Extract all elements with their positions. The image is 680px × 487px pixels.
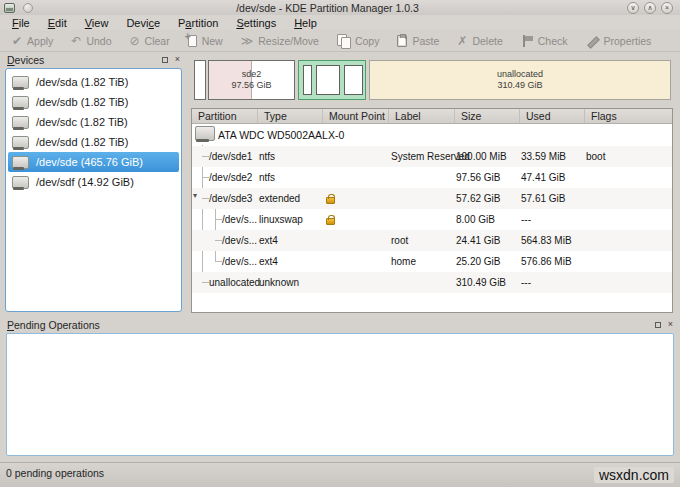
- column-header-type[interactable]: Type: [257, 109, 322, 123]
- dock-float-icon[interactable]: [162, 57, 168, 63]
- resize-move-button[interactable]: ≫ Resize/Move: [232, 30, 328, 51]
- lock-icon: [326, 218, 335, 225]
- copy-button[interactable]: Copy: [328, 30, 389, 51]
- pending-operations-count: 0 pending operations: [6, 467, 104, 479]
- partition-row-unallocated[interactable]: unallocated unknown 310.49 GiB ---: [192, 272, 672, 293]
- dock-float-icon[interactable]: [655, 322, 661, 328]
- partition-row-home[interactable]: /dev/s... ext4 home 25.20 GiB 576.86 MiB: [192, 251, 672, 272]
- device-item-sdc[interactable]: /dev/sdc (1.82 TiB): [8, 112, 179, 132]
- partition-segment-sde1[interactable]: [194, 60, 206, 100]
- lock-icon: [326, 197, 335, 204]
- partition-graphic-bar: sde2 97.56 GiB unallocated 310.49 GiB: [191, 58, 673, 102]
- main-panel: sde2 97.56 GiB unallocated 310.49 GiB: [187, 52, 680, 317]
- check-button[interactable]: Check: [512, 30, 577, 51]
- column-header-flags[interactable]: Flags: [584, 109, 672, 123]
- column-header-mount-point[interactable]: Mount Point: [322, 109, 388, 123]
- hard-drive-icon: [12, 76, 29, 89]
- status-bar: 0 pending operations wsxdn.com: [0, 462, 680, 487]
- titlebar-menu-button[interactable]: [23, 3, 33, 13]
- properties-pencil-icon: [586, 35, 599, 47]
- partition-row-sde1[interactable]: /dev/sde1 ntfs System Reserved 100.00 Mi…: [192, 146, 672, 167]
- column-header-size[interactable]: Size: [454, 109, 519, 123]
- hard-drive-icon: [12, 116, 29, 129]
- expander-icon[interactable]: ▾: [193, 191, 197, 200]
- paste-button[interactable]: Paste: [388, 30, 448, 51]
- device-name: ATA WDC WD5002AALX-0: [218, 124, 344, 146]
- delete-x-icon: ✗: [457, 35, 467, 47]
- properties-button[interactable]: Properties: [577, 30, 661, 51]
- dock-close-icon[interactable]: ×: [668, 320, 673, 329]
- delete-button[interactable]: ✗ Delete: [448, 30, 511, 51]
- menu-device[interactable]: Device: [117, 17, 169, 29]
- menu-file[interactable]: File: [3, 17, 39, 29]
- minimize-button[interactable]: ∨: [627, 2, 639, 14]
- pending-operations-panel: Pending Operations ×: [0, 317, 680, 462]
- app-icon: [4, 3, 15, 13]
- hard-drive-icon: [12, 156, 29, 169]
- partition-segment-swap[interactable]: [303, 65, 312, 95]
- pending-operations-list: [6, 333, 674, 456]
- new-partition-icon: [188, 35, 197, 47]
- resize-arrows-icon: ≫: [241, 35, 254, 47]
- hard-drive-icon: [12, 136, 29, 149]
- maximize-button[interactable]: ∧: [644, 2, 656, 14]
- copy-pages-icon: [337, 34, 350, 47]
- menu-partition[interactable]: Partition: [169, 17, 227, 29]
- partition-segment-unallocated[interactable]: unallocated 310.49 GiB: [369, 60, 671, 100]
- partition-table: Partition Type Mount Point Label Size Us…: [191, 108, 673, 313]
- partition-row-root[interactable]: /dev/s... ext4 root 24.41 GiB 564.83 MiB: [192, 230, 672, 251]
- device-item-sda[interactable]: /dev/sda (1.82 TiB): [8, 72, 179, 92]
- clear-slash-icon: ⊘: [130, 35, 140, 47]
- menubar: File Edit View Device Partition Settings…: [0, 15, 680, 30]
- toolbar: ✔ Apply ↶ Undo ⊘ Clear New ≫ Resize/Move…: [0, 30, 680, 52]
- kde-partition-manager-window: /dev/sde - KDE Partition Manager 1.0.3 ∨…: [0, 0, 680, 487]
- watermark: wsxdn.com: [594, 467, 674, 483]
- devices-panel: Devices × /dev/sda (1.82 TiB) /dev/sdb (…: [0, 52, 187, 317]
- device-item-sdb[interactable]: /dev/sdb (1.82 TiB): [8, 92, 179, 112]
- menu-help[interactable]: Help: [285, 17, 326, 29]
- column-header-label[interactable]: Label: [388, 109, 454, 123]
- partition-segment-extended[interactable]: [298, 60, 366, 100]
- device-item-sde[interactable]: /dev/sde (465.76 GiB): [8, 152, 179, 172]
- partition-row-sde3[interactable]: ▾ /dev/sde3 extended 57.62 GiB 57.61 GiB: [192, 188, 672, 209]
- undo-arrow-icon: ↶: [71, 35, 81, 47]
- partition-segment-home[interactable]: [344, 65, 363, 95]
- devices-panel-title: Devices ×: [0, 52, 187, 67]
- clear-button[interactable]: ⊘ Clear: [121, 30, 179, 51]
- apply-button[interactable]: ✔ Apply: [3, 30, 62, 51]
- check-flag-icon: [521, 35, 533, 47]
- device-row[interactable]: ATA WDC WD5002AALX-0: [192, 124, 672, 146]
- hard-drive-icon: [195, 126, 215, 141]
- column-header-partition[interactable]: Partition: [192, 109, 257, 123]
- paste-clipboard-icon: [397, 35, 407, 47]
- window-title: /dev/sde - KDE Partition Manager 1.0.3: [33, 2, 622, 14]
- menu-view[interactable]: View: [76, 17, 118, 29]
- device-item-sdd[interactable]: /dev/sdd (1.82 TiB): [8, 132, 179, 152]
- device-item-sdf[interactable]: /dev/sdf (14.92 GiB): [8, 172, 179, 192]
- partition-row-linuxswap[interactable]: /dev/s... linuxswap 8.00 GiB ---: [192, 209, 672, 230]
- apply-check-icon: ✔: [12, 35, 22, 47]
- hard-drive-icon: [12, 176, 29, 189]
- titlebar: /dev/sde - KDE Partition Manager 1.0.3 ∨…: [0, 0, 680, 15]
- hard-drive-icon: [12, 96, 29, 109]
- menu-settings[interactable]: Settings: [227, 17, 285, 29]
- devices-list: /dev/sda (1.82 TiB) /dev/sdb (1.82 TiB) …: [5, 68, 182, 312]
- new-button[interactable]: New: [179, 30, 232, 51]
- partition-row-sde2[interactable]: /dev/sde2 ntfs 97.56 GiB 47.41 GiB: [192, 167, 672, 188]
- partition-segment-root[interactable]: [316, 65, 340, 95]
- table-header: Partition Type Mount Point Label Size Us…: [192, 109, 672, 124]
- column-header-used[interactable]: Used: [519, 109, 584, 123]
- menu-edit[interactable]: Edit: [39, 17, 76, 29]
- undo-button[interactable]: ↶ Undo: [62, 30, 120, 51]
- content-area: Devices × /dev/sda (1.82 TiB) /dev/sdb (…: [0, 52, 680, 317]
- table-body: ATA WDC WD5002AALX-0 /dev/sde1 ntfs Syst…: [192, 124, 672, 312]
- partition-segment-sde2[interactable]: sde2 97.56 GiB: [208, 60, 295, 100]
- pending-operations-title: Pending Operations ×: [0, 317, 680, 332]
- dock-close-icon[interactable]: ×: [175, 55, 180, 64]
- close-button[interactable]: ×: [661, 2, 673, 14]
